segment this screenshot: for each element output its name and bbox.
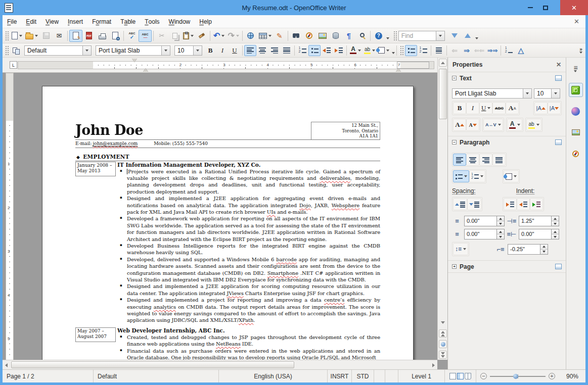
sidebar-highlighting-button[interactable]: ab	[526, 119, 541, 131]
hyperlink-button[interactable]	[244, 30, 257, 42]
spin-up[interactable]	[497, 216, 504, 221]
sidebar-font-dropdown-icon[interactable]	[523, 89, 531, 98]
underline-button[interactable]: U	[479, 102, 492, 114]
bullets-button[interactable]	[308, 45, 321, 56]
scroll-down-button[interactable]	[439, 318, 447, 326]
demote-level-subpoints-button[interactable]: ⇒⇒	[486, 45, 499, 56]
sidebar-font-color-button[interactable]: A	[507, 119, 522, 131]
align-center-button[interactable]	[256, 45, 268, 56]
job-title[interactable]: IT Information Management Developer, XYZ…	[117, 162, 380, 168]
font-dropdown-icon[interactable]	[161, 46, 170, 55]
job-bullet[interactable]: Created, tested and debugged changes to …	[117, 334, 380, 348]
before-text-indent-field[interactable]: 1.25"	[519, 216, 559, 226]
gallery-tab-icon[interactable]	[569, 125, 583, 139]
sidebar-decrease-indent-button[interactable]	[517, 198, 530, 210]
text-section-header[interactable]: − Text	[448, 72, 566, 84]
vertical-scroll-thumb[interactable]	[439, 69, 447, 119]
navigation-button[interactable]	[439, 340, 447, 348]
bullets-toolbar-grip[interactable]	[400, 45, 403, 56]
document-page[interactable]: John Doe 12 Main St.,Toronto, OntarioA1A…	[42, 86, 414, 360]
collapse-icon[interactable]: −	[452, 76, 457, 80]
menu-file[interactable]: File	[3, 15, 21, 28]
sidebar-bullets-button[interactable]	[453, 170, 469, 182]
page-preview-button[interactable]	[109, 30, 122, 42]
hanging-indent-marker[interactable]	[143, 68, 148, 72]
bold-button[interactable]: B	[204, 45, 216, 56]
styles-window-button[interactable]	[10, 45, 22, 56]
auto-spellcheck-button[interactable]: ABC~~~	[139, 30, 152, 42]
job-dates[interactable]: May 2007 – August 2007	[75, 327, 116, 342]
spin-up[interactable]	[497, 229, 504, 234]
styles-and-formatting-tab-icon[interactable]	[569, 104, 583, 118]
dropdown-caret-icon[interactable]	[372, 50, 375, 52]
vertical-scrollbar[interactable]	[437, 58, 447, 360]
sidebar-font-name-select[interactable]: Port Lligat Slab	[452, 88, 532, 99]
dropdown-caret-icon[interactable]	[35, 35, 38, 37]
next-page-button[interactable]	[439, 351, 447, 359]
formatting-toolbar-grip[interactable]	[5, 45, 9, 56]
zoom-slider-track[interactable]	[490, 376, 546, 377]
italic-button[interactable]: I	[466, 102, 479, 114]
outline-level-status[interactable]: Level 1	[398, 370, 445, 382]
menu-tools[interactable]: Tools	[140, 15, 164, 28]
resume-contact-line[interactable]: E-mail:john@example.com Mobile:(555) 555…	[75, 140, 380, 148]
find-dropdown-icon[interactable]	[436, 31, 444, 40]
character-spacing-button[interactable]: A↔V	[483, 119, 503, 131]
numbering-on-off-button[interactable]	[417, 45, 429, 56]
menu-insert[interactable]: Insert	[63, 15, 87, 28]
first-line-indent-field[interactable]: -0.25"	[508, 244, 548, 255]
employment-section-heading[interactable]: ◆EMPLOYMENT	[75, 154, 380, 161]
switch-indent-button[interactable]	[530, 198, 543, 210]
page-style-status[interactable]: Default	[94, 370, 219, 382]
cut-button[interactable]: ✂	[155, 30, 168, 42]
dropdown-caret-icon[interactable]	[191, 35, 194, 37]
dropdown-caret-icon[interactable]	[358, 50, 361, 52]
paragraph-background-button[interactable]	[504, 170, 519, 182]
navigator-button[interactable]	[303, 30, 316, 42]
job-bullet[interactable]: Designed and implemented a J2EE applicat…	[117, 283, 380, 297]
email-button[interactable]: ✉	[53, 30, 66, 42]
draw-functions-button[interactable]: ✎	[273, 30, 286, 42]
more-options-icon[interactable]	[555, 75, 562, 81]
single-page-view-icon[interactable]	[449, 373, 456, 379]
print-button[interactable]	[96, 30, 109, 42]
close-document-icon[interactable]: ✕	[574, 18, 579, 25]
more-options-icon[interactable]	[555, 139, 562, 145]
sidebar-increase-indent-button[interactable]	[504, 198, 517, 210]
multi-page-view-icon[interactable]	[457, 373, 464, 379]
spin-down[interactable]	[497, 221, 504, 226]
decrease-paragraph-spacing-button[interactable]	[467, 198, 481, 210]
tab-stop-type-selector[interactable]: L	[10, 61, 17, 69]
zoom-in-button[interactable]: +	[549, 373, 555, 379]
insert-unnumbered-entry-button[interactable]	[503, 45, 515, 56]
maximize-button[interactable]	[538, 0, 553, 15]
align-justify-button[interactable]	[281, 45, 293, 56]
above-paragraph-spacing-field[interactable]: 0.00"	[464, 216, 505, 226]
previous-page-button[interactable]	[439, 329, 447, 338]
increase-indent-button[interactable]	[333, 45, 345, 56]
sidebar-font-size-select[interactable]: 10	[534, 88, 560, 99]
book-view-icon[interactable]	[465, 373, 471, 379]
menu-format[interactable]: Format	[87, 15, 116, 28]
menu-help[interactable]: Help	[195, 15, 216, 28]
clone-formatting-button[interactable]	[195, 30, 208, 42]
move-up-button[interactable]: △	[515, 45, 527, 56]
character-shadow-button[interactable]: AA	[506, 102, 519, 114]
resume-address[interactable]: 12 Main St.,Toronto, OntarioA1A 1A1	[311, 122, 380, 139]
line-spacing-button[interactable]: ↕≡	[453, 243, 468, 255]
find-toolbar-grip[interactable]	[393, 31, 397, 41]
vertical-ruler[interactable]: 12345	[6, 73, 14, 369]
find-toolbar-overflow-icon[interactable]	[475, 32, 478, 39]
toolbar-overflow-icon[interactable]	[386, 32, 389, 39]
zoom-slider-thumb[interactable]	[513, 374, 518, 379]
find-input[interactable]: Find	[398, 31, 445, 41]
edit-file-button[interactable]: ✎	[69, 30, 82, 42]
italic-button[interactable]: I	[216, 45, 229, 56]
zoom-button[interactable]	[355, 30, 369, 42]
job-bullet[interactable]: Developed, delivered and supported a Win…	[117, 256, 380, 283]
sidebar-align-right-button[interactable]	[479, 154, 492, 166]
spin-down[interactable]	[552, 234, 559, 239]
horizontal-ruler[interactable]: 234567	[18, 61, 434, 69]
background-color-button[interactable]	[377, 45, 391, 56]
resume-header[interactable]: John Doe 12 Main St.,Toronto, OntarioA1A…	[75, 122, 380, 140]
